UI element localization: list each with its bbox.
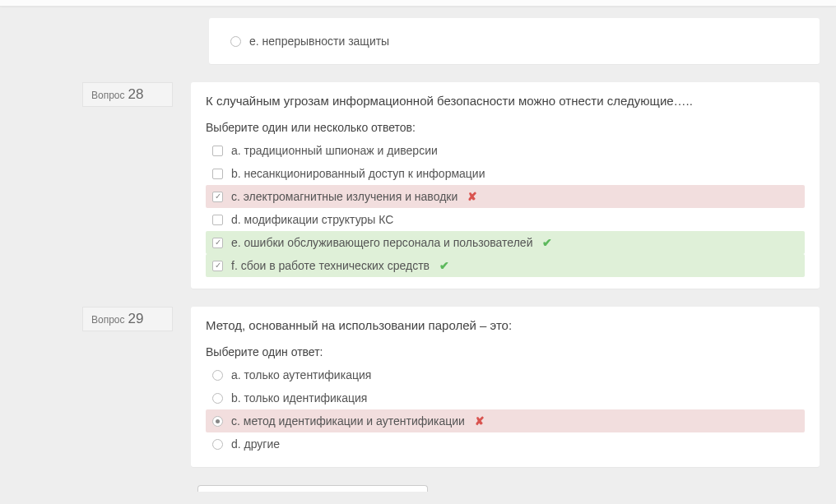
answer-row: d. модификации структуры КС — [206, 208, 805, 231]
radio-unchecked-icon[interactable] — [212, 393, 223, 404]
checkbox-unchecked-icon[interactable] — [212, 146, 223, 156]
checkbox-checked-icon[interactable] — [212, 238, 223, 248]
question-row-29: Вопрос 29 Метод, основанный на использов… — [16, 307, 820, 467]
answer-row: e. непрерывности защиты — [224, 30, 805, 53]
topbar — [0, 0, 836, 7]
answer-label: d. модификации структуры КС — [231, 213, 393, 226]
answer-label: e. непрерывности защиты — [249, 35, 389, 48]
question-row-prev: e. непрерывности защиты — [16, 18, 820, 64]
checkbox-unchecked-icon[interactable] — [212, 215, 223, 225]
answers-list-29: a. только аутентификация b. только идент… — [206, 363, 805, 455]
answer-row: a. только аутентификация — [206, 363, 805, 386]
container: e. непрерывности защиты Вопрос 28 К случ… — [0, 18, 836, 492]
answer-label: f. сбои в работе технических средств — [231, 259, 430, 272]
answer-row-correct: e. ошибки обслуживающего персонала и пол… — [206, 231, 805, 254]
answer-label: d. другие — [231, 437, 280, 451]
question-word: Вопрос — [91, 90, 125, 101]
question-row-28: Вопрос 28 К случайным угрозам информацио… — [16, 82, 820, 289]
answers-list-28: a. традиционный шпионаж и диверсии b. не… — [206, 139, 805, 277]
question-text: К случайным угрозам информационной безоп… — [206, 94, 805, 108]
answer-label: a. традиционный шпионаж и диверсии — [231, 144, 438, 157]
answer-label: a. только аутентификация — [231, 368, 371, 381]
checkbox-checked-icon[interactable] — [212, 192, 223, 202]
answer-row-incorrect: c. метод идентификации и аутентификации … — [206, 409, 805, 432]
answer-row: b. несанкционированный доступ к информац… — [206, 162, 805, 185]
radio-unchecked-icon[interactable] — [212, 370, 223, 381]
question-card-prev: e. непрерывности защиты — [209, 18, 820, 64]
bottom-spacer — [16, 485, 820, 492]
question-card-28: К случайным угрозам информационной безоп… — [191, 82, 820, 289]
incorrect-mark-icon: ✘ — [467, 190, 477, 203]
answer-row: d. другие — [206, 432, 805, 455]
question-number-badge: Вопрос 28 — [82, 82, 173, 107]
question-number: 28 — [128, 86, 144, 103]
bottom-placeholder — [197, 485, 428, 492]
answer-label: b. несанкционированный доступ к информац… — [231, 167, 485, 180]
answer-row: b. только идентификация — [206, 386, 805, 409]
question-number: 29 — [128, 311, 144, 327]
answer-label: e. ошибки обслуживающего персонала и пол… — [231, 236, 532, 249]
checkbox-unchecked-icon[interactable] — [212, 169, 223, 179]
answer-row-incorrect: c. электромагнитные излучения и наводки … — [206, 185, 805, 208]
question-card-29: Метод, основанный на использовании парол… — [191, 307, 820, 467]
answer-label: c. электромагнитные излучения и наводки — [231, 190, 457, 203]
incorrect-mark-icon: ✘ — [475, 414, 485, 428]
answer-label: b. только идентификация — [231, 391, 367, 405]
correct-mark-icon: ✔ — [439, 259, 449, 272]
answer-row-correct: f. сбои в работе технических средств ✔ — [206, 254, 805, 277]
answers-list-prev: e. непрерывности защиты — [224, 30, 805, 53]
question-number-badge: Вопрос 29 — [82, 307, 173, 331]
answer-label: c. метод идентификации и аутентификации — [231, 414, 465, 428]
correct-mark-icon: ✔ — [542, 236, 552, 249]
radio-unchecked-icon[interactable] — [230, 36, 241, 47]
radio-checked-icon[interactable] — [212, 416, 223, 427]
radio-unchecked-icon[interactable] — [212, 439, 223, 450]
answer-prompt: Выберите один или несколько ответов: — [206, 121, 805, 134]
answer-row: a. традиционный шпионаж и диверсии — [206, 139, 805, 162]
question-text: Метод, основанный на использовании парол… — [206, 318, 805, 332]
checkbox-checked-icon[interactable] — [212, 261, 223, 271]
question-word: Вопрос — [91, 314, 125, 326]
answer-prompt: Выберите один ответ: — [206, 345, 805, 358]
